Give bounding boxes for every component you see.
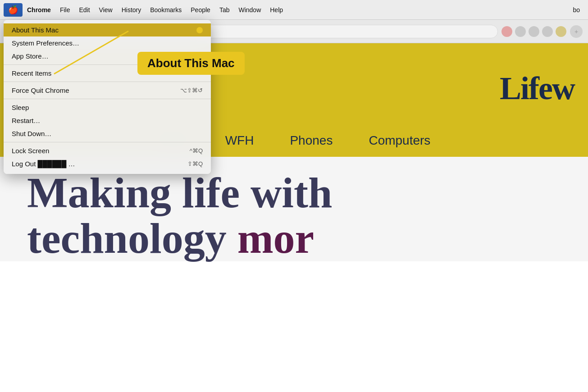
menubar-history[interactable]: History xyxy=(117,5,146,15)
menubar-chrome[interactable]: Chrome xyxy=(23,5,55,15)
apple-dropdown: About This Mac System Preferences… App S… xyxy=(4,20,211,174)
tab-icon-2 xyxy=(515,26,526,37)
menubar-view[interactable]: View xyxy=(95,5,117,15)
menu-section-4: Sleep Restart… Shut Down… xyxy=(4,99,211,142)
tab-icon-1 xyxy=(501,26,512,37)
menubar-edit[interactable]: Edit xyxy=(74,5,94,15)
tab-icons xyxy=(501,26,566,37)
profile-button[interactable]: + xyxy=(570,25,583,38)
tab-icon-3 xyxy=(529,26,539,37)
tab-icon-5 xyxy=(556,26,566,37)
menu-app-store[interactable]: App Store… xyxy=(4,50,211,63)
menu-section-3: Force Quit Chrome ⌥⇧⌘↺ xyxy=(4,82,211,99)
menubar-people[interactable]: People xyxy=(186,5,215,15)
menubar-extra: bo xyxy=(568,5,584,15)
menubar-tab[interactable]: Tab xyxy=(215,5,234,15)
menu-logout[interactable]: Log Out ██████ … ⇧⌘Q xyxy=(4,157,211,170)
tab-icon-4 xyxy=(542,26,553,37)
menubar-help[interactable]: Help xyxy=(265,5,287,15)
menu-system-preferences[interactable]: System Preferences… xyxy=(4,36,211,50)
apple-menu-trigger[interactable]: 🍎 xyxy=(4,3,23,17)
menu-recent-items[interactable]: Recent Items xyxy=(4,67,211,80)
menu-about-this-mac[interactable]: About This Mac xyxy=(4,23,211,36)
menu-shutdown[interactable]: Shut Down… xyxy=(4,127,211,140)
menu-lock-screen[interactable]: Lock Screen ^⌘Q xyxy=(4,144,211,157)
menu-sleep[interactable]: Sleep xyxy=(4,101,211,114)
lock-screen-shortcut: ^⌘Q xyxy=(190,147,203,154)
menu-section-1: About This Mac System Preferences… App S… xyxy=(4,22,211,65)
yellow-dot xyxy=(196,27,203,33)
menubar-file[interactable]: File xyxy=(55,5,75,15)
hero-line1: Making life with xyxy=(27,170,561,216)
nav-phones[interactable]: Phones xyxy=(290,133,333,148)
menu-section-2: Recent Items xyxy=(4,65,211,82)
nav-wfh[interactable]: WFH xyxy=(225,133,254,148)
logout-shortcut: ⇧⌘Q xyxy=(187,160,203,167)
menubar: 🍎 Chrome File Edit View History Bookmark… xyxy=(0,0,588,20)
menu-restart[interactable]: Restart… xyxy=(4,114,211,127)
menubar-window[interactable]: Window xyxy=(234,5,265,15)
nav-computers[interactable]: Computers xyxy=(369,133,430,148)
menu-force-quit[interactable]: Force Quit Chrome ⌥⇧⌘↺ xyxy=(4,84,211,97)
menubar-bookmarks[interactable]: Bookmarks xyxy=(146,5,186,15)
hero-more: mor xyxy=(237,214,315,262)
menu-section-5: Lock Screen ^⌘Q Log Out ██████ … ⇧⌘Q xyxy=(4,142,211,172)
hero-line2: technology mor xyxy=(27,216,561,261)
site-logo: Lifew xyxy=(500,70,574,107)
force-quit-shortcut: ⌥⇧⌘↺ xyxy=(180,87,203,94)
